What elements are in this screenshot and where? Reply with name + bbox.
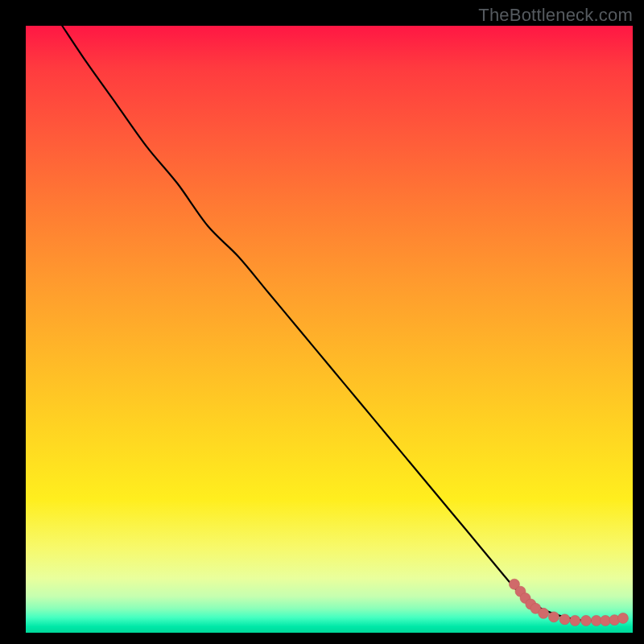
watermark-text: TheBottleneck.com — [478, 5, 633, 26]
plot-area — [26, 26, 633, 633]
data-point — [548, 612, 559, 622]
data-point — [559, 614, 570, 625]
data-point — [601, 615, 611, 625]
data-points — [509, 579, 628, 625]
chart-svg — [26, 26, 633, 633]
data-point — [580, 615, 591, 625]
bottleneck-curve — [62, 26, 621, 621]
data-point — [539, 608, 549, 618]
data-point — [570, 615, 580, 625]
chart-frame: TheBottleneck.com — [0, 0, 644, 644]
data-point — [617, 613, 628, 623]
